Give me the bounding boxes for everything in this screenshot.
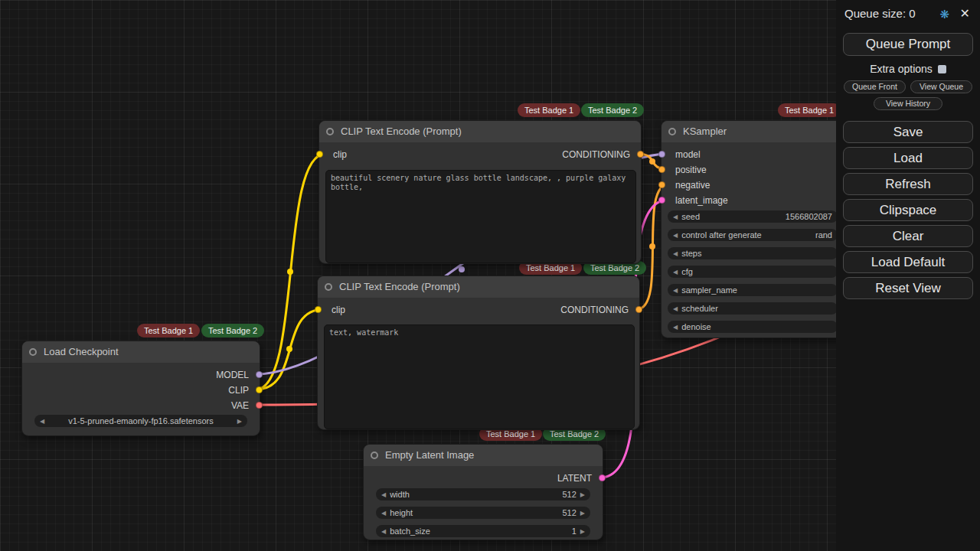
widget-label: height [390, 508, 558, 517]
positive-input-slot[interactable] [658, 166, 665, 173]
prev-arrow-icon[interactable]: ◀ [673, 232, 678, 239]
node-clip-text-encode-negative[interactable]: CLIP Text Encode (Prompt) clip CONDITION… [317, 276, 640, 430]
next-arrow-icon[interactable]: ▶ [580, 528, 585, 535]
negative-input-label: negative [675, 178, 710, 193]
vae-output-label: VAE [231, 398, 249, 413]
conditioning-output-label: CONDITIONING [560, 302, 629, 318]
prev-arrow-icon[interactable]: ◀ [673, 269, 678, 276]
test-badge-1: Test Badge 1 [778, 103, 841, 117]
prev-arrow-icon[interactable]: ◀ [673, 324, 678, 331]
collapse-dot[interactable] [668, 128, 676, 135]
slot-row: clip CONDITIONING [319, 147, 641, 162]
prev-arrow-icon[interactable]: ◀ [40, 418, 44, 425]
ckpt-name-value: v1-5-pruned-emaonly-fp16.safetensors [48, 416, 234, 425]
next-arrow-icon[interactable]: ▶ [580, 491, 585, 498]
widget-value: rand [815, 230, 832, 240]
widget-label: scheduler [681, 304, 828, 313]
queue-front-button[interactable]: Queue Front [844, 80, 906, 93]
queue-prompt-button[interactable]: Queue Prompt [843, 33, 973, 56]
steps-widget[interactable]: ◀ steps [668, 247, 838, 259]
refresh-button[interactable]: Refresh [843, 173, 973, 195]
view-queue-button[interactable]: View Queue [910, 80, 972, 93]
collapse-dot[interactable] [29, 348, 37, 356]
widget-label: seed [681, 212, 782, 221]
ckpt-name-widget[interactable]: ◀ v1-5-pruned-emaonly-fp16.safetensors ▶ [34, 415, 247, 427]
prev-arrow-icon[interactable]: ◀ [381, 510, 386, 517]
clip-input-label: clip [332, 302, 345, 318]
model-input-slot[interactable] [658, 151, 665, 158]
latent-output-slot[interactable] [599, 474, 606, 481]
node-ksampler[interactable]: KSampler model positive negative latent_… [661, 120, 844, 338]
collapse-dot[interactable] [325, 283, 332, 291]
test-badge-1: Test Badge 1 [137, 324, 200, 337]
node-title-bar[interactable]: Empty Latent Image [364, 445, 603, 466]
latent-image-input-slot[interactable] [658, 197, 665, 204]
extra-options-label: Extra options [870, 63, 933, 75]
slot-row: latent_image [662, 193, 844, 208]
height-widget[interactable]: ◀ height 512 ▶ [376, 507, 590, 519]
test-badge-2: Test Badge 2 [581, 103, 644, 117]
prompt-text-area[interactable]: beautiful scenery nature glass bottle la… [325, 170, 636, 263]
node-title-bar[interactable]: KSampler [662, 121, 844, 142]
close-icon[interactable]: ✕ [960, 6, 970, 21]
widget-value: 1566802087 [786, 212, 832, 221]
batch-size-widget[interactable]: ◀ batch_size 1 ▶ [376, 525, 590, 537]
model-input-label: model [675, 147, 701, 162]
collapse-dot[interactable] [326, 128, 334, 135]
menu-header: Queue size: 0 ❋ ✕ [836, 0, 980, 30]
load-button[interactable]: Load [843, 147, 973, 169]
node-clip-text-encode-positive[interactable]: CLIP Text Encode (Prompt) clip CONDITION… [318, 120, 642, 264]
node-empty-latent-image[interactable]: Empty Latent Image LATENT ◀ width 512 ▶ … [363, 444, 603, 540]
comfy-menu-panel: Queue size: 0 ❋ ✕ Queue Prompt Extra opt… [836, 0, 980, 551]
view-history-button[interactable]: View History [874, 97, 942, 110]
settings-gear-icon[interactable]: ❋ [939, 8, 949, 21]
output-row: VAE [22, 398, 260, 413]
test-badge-1: Test Badge 1 [518, 103, 580, 117]
widget-label: steps [681, 249, 828, 258]
prompt-text-area[interactable]: text, watermark [324, 324, 635, 429]
node-title: CLIP Text Encode (Prompt) [339, 281, 460, 292]
model-output-label: MODEL [216, 367, 249, 383]
seed-widget[interactable]: ◀ seed 1566802087 [668, 210, 838, 223]
clip-output-label: CLIP [228, 383, 249, 398]
prev-arrow-icon[interactable]: ◀ [381, 491, 386, 498]
clip-output-slot[interactable] [256, 386, 263, 393]
node-load-checkpoint[interactable]: Load Checkpoint MODEL CLIP VAE ◀ v1-5-pr… [21, 341, 260, 436]
conditioning-output-slot[interactable] [637, 151, 644, 158]
prev-arrow-icon[interactable]: ◀ [673, 214, 678, 220]
prev-arrow-icon[interactable]: ◀ [673, 287, 678, 294]
clip-input-slot[interactable] [316, 151, 323, 158]
prev-arrow-icon[interactable]: ◀ [673, 305, 678, 312]
conditioning-output-slot[interactable] [635, 306, 642, 313]
width-widget[interactable]: ◀ width 512 ▶ [376, 488, 590, 500]
slot-row: clip CONDITIONING [318, 302, 639, 318]
extra-options-row: Extra options [836, 63, 980, 75]
node-title-bar[interactable]: CLIP Text Encode (Prompt) [318, 276, 639, 298]
prev-arrow-icon[interactable]: ◀ [381, 528, 386, 535]
clipspace-button[interactable]: Clipspace [843, 199, 973, 221]
vae-output-slot[interactable] [256, 402, 263, 409]
control-after-generate-widget[interactable]: ◀ control after generate rand [668, 229, 838, 241]
next-arrow-icon[interactable]: ▶ [580, 510, 585, 517]
sampler-name-widget[interactable]: ◀ sampler_name [668, 284, 838, 296]
output-row: LATENT [364, 471, 603, 486]
clear-button[interactable]: Clear [843, 225, 973, 247]
denoise-widget[interactable]: ◀ denoise [668, 321, 838, 333]
next-arrow-icon[interactable]: ▶ [237, 418, 242, 425]
slot-row: positive [662, 162, 844, 178]
clip-input-slot[interactable] [315, 306, 322, 313]
save-button[interactable]: Save [843, 121, 973, 143]
positive-input-label: positive [675, 162, 707, 178]
widget-label: control after generate [681, 230, 812, 240]
negative-input-slot[interactable] [658, 181, 665, 188]
extra-options-checkbox[interactable] [938, 65, 946, 73]
reset-view-button[interactable]: Reset View [843, 277, 973, 299]
model-output-slot[interactable] [256, 371, 263, 378]
scheduler-widget[interactable]: ◀ scheduler [668, 302, 838, 315]
collapse-dot[interactable] [371, 452, 378, 459]
prev-arrow-icon[interactable]: ◀ [673, 250, 678, 257]
load-default-button[interactable]: Load Default [843, 251, 973, 273]
node-title-bar[interactable]: Load Checkpoint [22, 341, 260, 363]
cfg-widget[interactable]: ◀ cfg [668, 266, 838, 278]
node-title-bar[interactable]: CLIP Text Encode (Prompt) [319, 121, 641, 142]
